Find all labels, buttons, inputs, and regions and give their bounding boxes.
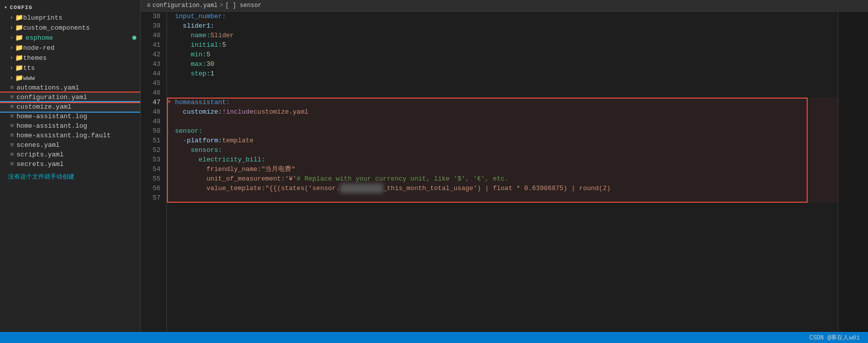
file-icon: ≡: [10, 94, 14, 101]
section-chevron: ▾: [4, 4, 8, 11]
sidebar-item-label: tts: [23, 64, 35, 72]
folder-icon: 📁: [15, 24, 23, 32]
file-icon: ≡: [10, 141, 14, 149]
ln-44: 44: [145, 69, 160, 78]
code-line-57: [167, 193, 838, 203]
sidebar-item-label: node-red: [23, 44, 54, 52]
folder-chevron: ›: [10, 25, 13, 31]
sidebar-item-automations[interactable]: ≡ automations.yaml: [0, 83, 140, 93]
sidebar-item-label: esphome: [26, 34, 53, 42]
sidebar-item-scripts[interactable]: ≡ scripts.yaml: [0, 150, 140, 159]
folder-chevron: ›: [10, 15, 13, 21]
code-line-47: homeassistant:: [167, 98, 838, 107]
ln-45: 45: [145, 78, 160, 88]
sidebar-item-customize[interactable]: ≡ customize.yaml: [0, 102, 140, 112]
file-icon: ≡: [10, 122, 14, 130]
sidebar-item-ha-log-fault[interactable]: ≡ home-assistant.log.fault: [0, 131, 140, 140]
folder-icon: 📁: [15, 64, 23, 72]
ln-38: 38: [145, 12, 160, 21]
main-layout: ▾ CONFIG › 📁 blueprints › 📁 custom_compo…: [0, 0, 868, 332]
code-content[interactable]: ➔ input_number: slider1: name: Slider in…: [167, 12, 838, 332]
sidebar-item-ha-log1[interactable]: ≡ home-assistant.log: [0, 112, 140, 121]
watermark: CSDN @事在人wēi: [809, 333, 860, 342]
code-line-56: value_template: "{{ (states('sensor.XXXX…: [167, 184, 838, 193]
file-icon: ≡: [10, 160, 14, 168]
sidebar-item-label: scripts.yaml: [17, 151, 64, 158]
sidebar-item-label: secrets.yaml: [17, 160, 64, 168]
sidebar-item-tts[interactable]: › 📁 tts: [0, 63, 140, 73]
sidebar-item-www[interactable]: › 📁 www: [0, 73, 140, 83]
red-arrow: ➔: [167, 98, 171, 107]
code-line-52: sensors:: [167, 145, 838, 155]
sidebar-item-themes[interactable]: › 📁 themes: [0, 53, 140, 63]
sidebar-item-esphome[interactable]: › 📁 esphome: [0, 33, 140, 43]
sidebar-item-configuration[interactable]: ≡ configuration.yaml: [0, 93, 140, 102]
status-bar: CSDN @事在人wēi: [0, 332, 868, 343]
sidebar-item-label: blueprints: [23, 14, 62, 22]
sidebar-section-header[interactable]: ▾ CONFIG: [0, 2, 140, 13]
ln-42: 42: [145, 50, 160, 59]
breadcrumb-filename: configuration.yaml: [152, 2, 218, 9]
file-icon: ≡: [10, 132, 14, 139]
esphome-dot: [132, 36, 136, 40]
folder-icon: 📁: [15, 44, 23, 52]
folder-icon: 📁: [15, 34, 23, 42]
code-line-38: input_number:: [167, 12, 838, 21]
sidebar-item-label: home-assistant.log: [17, 113, 87, 120]
minimap: [838, 12, 868, 332]
code-line-46: [167, 88, 838, 98]
ln-40: 40: [145, 31, 160, 40]
ln-46: 46: [145, 88, 160, 98]
sidebar-item-node-red[interactable]: › 📁 node-red: [0, 43, 140, 53]
ln-48: 48: [145, 107, 160, 117]
ln-54: 54: [145, 164, 160, 174]
line-numbers: 38 39 40 41 42 43 44 45 46 47 48 49 50 5…: [141, 12, 167, 332]
folder-chevron: ›: [10, 45, 13, 51]
sidebar-item-secrets[interactable]: ≡ secrets.yaml: [0, 159, 140, 169]
code-line-55: unit_of_measurement: '¥' # Replace with …: [167, 174, 838, 184]
sidebar-item-label: themes: [23, 54, 47, 62]
sidebar-item-ha-log2[interactable]: ≡ home-assistant.log: [0, 121, 140, 131]
folder-chevron: ›: [10, 35, 13, 41]
ln-55: 55: [145, 174, 160, 184]
file-icon: ≡: [10, 103, 14, 111]
ln-50: 50: [145, 126, 160, 136]
code-line-53: electricity_bill:: [167, 155, 838, 164]
folder-icon: 📁: [15, 74, 23, 82]
sidebar-item-label: home-assistant.log: [17, 122, 87, 130]
ln-39: 39: [145, 21, 160, 31]
code-line-54: friendly_name: "当月电费": [167, 164, 838, 174]
sidebar-annotation: 没有这个文件就手动创建: [0, 169, 140, 186]
breadcrumb-sep: >: [220, 2, 223, 9]
code-line-49: [167, 117, 838, 126]
ln-41: 41: [145, 40, 160, 50]
folder-chevron: ›: [10, 75, 13, 81]
code-line-51: - platform: template: [167, 136, 838, 145]
sidebar-item-scenes[interactable]: ≡ scenes.yaml: [0, 140, 140, 150]
sidebar-item-label: home-assistant.log.fault: [17, 132, 111, 139]
ln-51: 51: [145, 136, 160, 145]
folder-icon: 📁: [15, 54, 23, 62]
code-line-39: slider1:: [167, 21, 838, 31]
breadcrumb: ≡ configuration.yaml > [ ] sensor: [141, 0, 868, 12]
section-title: CONFIG: [10, 5, 33, 11]
sidebar-item-label: configuration.yaml: [17, 94, 87, 101]
ln-49: 49: [145, 117, 160, 126]
file-icon: ≡: [10, 84, 14, 92]
code-line-40: name: Slider: [167, 31, 838, 40]
sidebar-item-blueprints[interactable]: › 📁 blueprints: [0, 13, 140, 23]
file-icon: ≡: [10, 151, 14, 158]
code-line-42: min: 5: [167, 50, 838, 59]
ln-47: 47: [145, 98, 160, 107]
folder-chevron: ›: [10, 55, 13, 61]
sidebar-item-label: custom_components: [23, 24, 90, 32]
annotation-text: 没有这个文件就手动创建: [8, 174, 74, 181]
sidebar-item-custom-components[interactable]: › 📁 custom_components: [0, 23, 140, 33]
ln-57: 57: [145, 193, 160, 203]
code-line-50: sensor:: [167, 126, 838, 136]
breadcrumb-icon: ≡: [147, 2, 150, 9]
sidebar-item-label: www: [23, 74, 35, 82]
file-icon: ≡: [10, 113, 14, 120]
folder-icon: 📁: [15, 14, 23, 22]
sidebar-item-label: scenes.yaml: [17, 141, 60, 149]
